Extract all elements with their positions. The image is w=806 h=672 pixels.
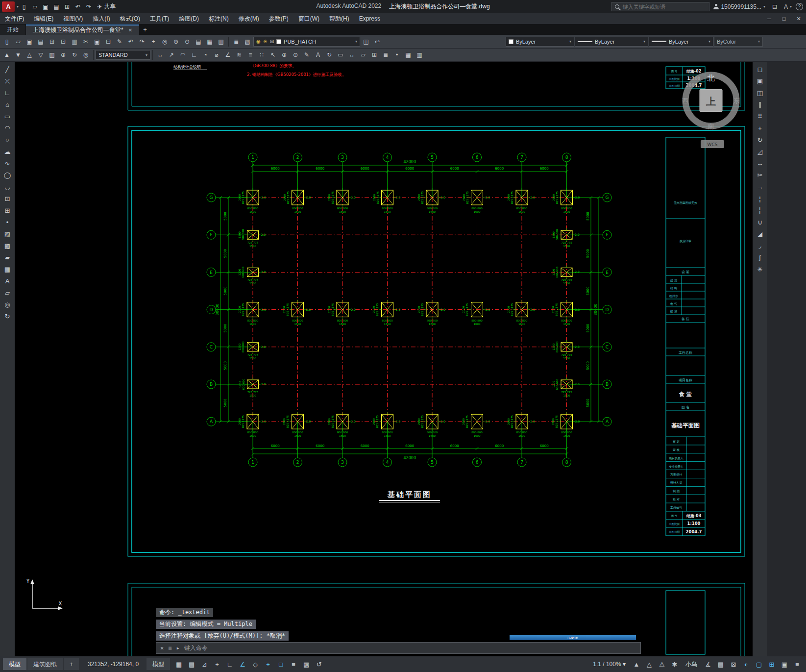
construction-line-icon[interactable]: ⤫ bbox=[1, 75, 13, 87]
properties-icon[interactable]: ▤ bbox=[193, 36, 204, 47]
autodesk-app-menu[interactable]: A ▾ bbox=[784, 3, 792, 10]
tab-start[interactable]: 开始 bbox=[0, 25, 25, 35]
region-icon[interactable]: ▰ bbox=[1, 252, 13, 263]
close-button[interactable]: ✕ bbox=[791, 13, 806, 24]
show-lineweight-icon[interactable]: ≡ bbox=[288, 658, 299, 670]
arc-icon[interactable]: ◠ bbox=[1, 123, 13, 134]
distance-icon[interactable]: ↔ bbox=[346, 50, 357, 60]
selection-cycling-icon[interactable]: ↺ bbox=[313, 658, 325, 670]
plot-preview-icon[interactable]: ⊡ bbox=[58, 36, 69, 47]
linear-dimension-icon[interactable]: ↔ bbox=[155, 50, 166, 60]
regen-icon[interactable]: ↻ bbox=[69, 50, 80, 60]
dimension-update-icon[interactable]: ↻ bbox=[324, 50, 335, 60]
redraw-icon[interactable]: ◎ bbox=[80, 50, 91, 60]
create-block-icon[interactable]: ⊞ bbox=[1, 205, 13, 216]
text-style-control[interactable]: STANDARD ▾ bbox=[96, 50, 150, 60]
area-icon[interactable]: ▱ bbox=[358, 50, 368, 60]
menu-insert[interactable]: 插入(I) bbox=[88, 13, 115, 24]
object-snap-tracking-icon[interactable]: + bbox=[262, 658, 274, 670]
publish-icon[interactable]: ▥ bbox=[69, 36, 80, 47]
polyline-icon[interactable]: ∟ bbox=[1, 87, 13, 99]
dynamic-input-icon[interactable]: + bbox=[211, 658, 223, 670]
app-store-icon[interactable]: ⊟ bbox=[770, 2, 780, 12]
foundation-beam-centerlines[interactable] bbox=[253, 198, 567, 422]
command-recent-icon[interactable]: ▸ bbox=[176, 645, 179, 651]
command-close-icon[interactable]: ✕ bbox=[160, 645, 164, 651]
graphics-performance-icon[interactable]: ▢ bbox=[753, 658, 765, 670]
zoom-realtime-icon[interactable]: ◎ bbox=[159, 36, 170, 47]
undo-icon[interactable]: ↶ bbox=[73, 2, 83, 12]
menu-view[interactable]: 视图(V) bbox=[58, 13, 88, 24]
lineweight-control[interactable]: ByLayer ▾ bbox=[649, 37, 713, 47]
menu-edit[interactable]: 编辑(E) bbox=[29, 13, 58, 24]
units-icon[interactable]: ∡ bbox=[702, 658, 714, 670]
list-icon[interactable]: ≣ bbox=[380, 50, 391, 60]
open-icon[interactable]: ▱ bbox=[13, 36, 24, 47]
blend-curves-icon[interactable]: ∫ bbox=[754, 252, 766, 263]
title-block[interactable]: 无出图章图纸无效执业印章会 签建 筑结 构给排水电 气暖 通备 注工程名称项目名… bbox=[666, 137, 705, 536]
ortho-mode-icon[interactable]: ∟ bbox=[224, 658, 236, 670]
angular-dimension-icon[interactable]: ∠ bbox=[222, 50, 233, 60]
rotate-icon[interactable]: ↻ bbox=[754, 134, 766, 146]
erase-icon[interactable]: ◻ bbox=[754, 64, 766, 75]
command-window[interactable]: 命令: _textedit当前设置: 编辑模式 = Multiple选择注释对象… bbox=[156, 607, 646, 654]
isometric-drafting-icon[interactable]: ◇ bbox=[249, 658, 261, 670]
save-as-file-icon[interactable]: ▤ bbox=[51, 2, 61, 12]
arc-length-dimension-icon[interactable]: ◠ bbox=[177, 50, 188, 60]
annotation-scale-label[interactable]: 1:1 / 100% ▾ bbox=[589, 661, 630, 668]
layout-tab-1[interactable]: 建筑图纸 bbox=[27, 658, 63, 670]
circle-icon[interactable]: ○ bbox=[1, 134, 13, 146]
snap-mode-icon[interactable]: ▤ bbox=[186, 658, 197, 670]
diameter-dimension-icon[interactable]: ⌀ bbox=[211, 50, 222, 60]
layout-tab-0[interactable]: 模型 bbox=[3, 658, 26, 670]
undo-icon[interactable]: ↶ bbox=[125, 36, 136, 47]
plan-title[interactable]: 基础平面图 bbox=[379, 490, 440, 502]
autocad-logo-icon[interactable]: A bbox=[2, 1, 15, 12]
annotation-autoscale-icon[interactable]: △ bbox=[643, 658, 655, 670]
menu-dimension[interactable]: 标注(N) bbox=[204, 13, 234, 24]
dimension-edit-icon[interactable]: ✎ bbox=[301, 50, 312, 60]
scale-icon[interactable]: ◿ bbox=[754, 146, 766, 157]
break-icon[interactable]: ╎ bbox=[754, 205, 766, 216]
wcs-label[interactable]: WCS bbox=[701, 140, 724, 148]
explode-icon[interactable]: ✳ bbox=[754, 264, 766, 275]
quick-calc-icon[interactable]: ▦ bbox=[403, 50, 414, 60]
command-customize-icon[interactable]: ≡ bbox=[168, 645, 171, 651]
lock-ui-icon[interactable]: ⊠ bbox=[728, 658, 739, 670]
rectangle-icon[interactable]: ▭ bbox=[1, 111, 13, 122]
draw-order-back-icon[interactable]: ▼ bbox=[13, 50, 24, 60]
general-notes-text[interactable]: 《GB700-88》的要求。2. 钢结构制造《GB50205-2001》进行施工… bbox=[173, 63, 346, 77]
annotation-monitor-icon[interactable]: ⚠ bbox=[656, 658, 668, 670]
spline-icon[interactable]: ∿ bbox=[1, 158, 13, 169]
move-icon[interactable]: + bbox=[754, 123, 766, 134]
plot-icon[interactable]: ⊞ bbox=[47, 36, 57, 47]
polygon-icon[interactable]: ⌂ bbox=[1, 99, 13, 110]
foundation-plan-drawing[interactable]: 图 号结施-02出图比例1:100出图日期2004.7《GB700-88》的要求… bbox=[15, 62, 753, 656]
dimension-text-edit-icon[interactable]: A bbox=[313, 50, 323, 60]
close-tab-icon[interactable]: ✕ bbox=[128, 27, 132, 33]
chamfer-icon[interactable]: ◢ bbox=[754, 228, 766, 240]
command-input[interactable]: 键入命令 bbox=[184, 644, 208, 652]
region-mass-icon[interactable]: ⊞ bbox=[369, 50, 380, 60]
named-views-icon[interactable]: ▥ bbox=[414, 50, 425, 60]
viewcube[interactable]: 上北西东南 bbox=[683, 74, 740, 130]
account-menu[interactable]: 15059991135... ▾ bbox=[713, 3, 765, 10]
copy-icon[interactable]: ▣ bbox=[754, 75, 766, 87]
menu-window[interactable]: 窗口(W) bbox=[293, 13, 324, 24]
linetype-control[interactable]: ByLayer ▾ bbox=[575, 37, 648, 47]
zoom-previous-icon[interactable]: ⊖ bbox=[182, 36, 193, 47]
qnew-icon[interactable]: ▯ bbox=[1, 36, 12, 47]
transparency-icon[interactable]: ▩ bbox=[300, 658, 312, 670]
infer-constraints-icon[interactable]: ⊿ bbox=[198, 658, 210, 670]
command-input-bar[interactable]: ✕ ≡ ▸ 键入命令 bbox=[156, 642, 641, 654]
clean-screen-icon[interactable]: ⊞ bbox=[766, 658, 778, 670]
customize-menu-icon[interactable]: ≡ bbox=[791, 658, 803, 670]
share-button[interactable]: ✈ 共享 bbox=[97, 2, 116, 11]
quick-properties-icon[interactable]: ▤ bbox=[715, 658, 727, 670]
new-drawing-button[interactable]: + bbox=[140, 25, 150, 35]
make-object-layer-current-icon[interactable]: ◫ bbox=[361, 36, 371, 47]
status-plugin-label[interactable]: 小鸟 bbox=[682, 660, 701, 669]
open-file-icon[interactable]: ▱ bbox=[30, 2, 40, 12]
quick-leader-icon[interactable]: ↖ bbox=[268, 50, 278, 60]
radius-dimension-icon[interactable]: ◔ bbox=[200, 50, 211, 60]
